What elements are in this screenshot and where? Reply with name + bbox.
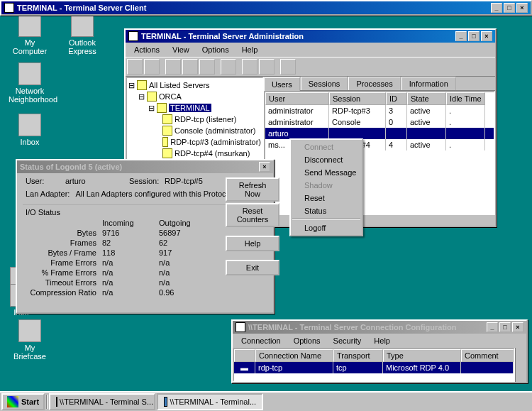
col-transport[interactable]: Transport: [333, 349, 383, 362]
cm-disconnect[interactable]: Disconnect: [292, 153, 361, 166]
conn-row[interactable]: ▬ rdp-tcp tcp Microsoft RDP 4.0: [234, 362, 514, 373]
taskbar: Start \\TERMINAL - Terminal S... \\TERMI…: [0, 391, 532, 411]
admin-icon: [128, 31, 138, 41]
tree-rdp4[interactable]: RDP-tcp#4 (msurkan): [128, 148, 261, 159]
task-admin[interactable]: \\TERMINAL - Terminal S...: [49, 393, 155, 410]
tree-all-servers[interactable]: ⊟All Listed Servers: [128, 80, 261, 91]
cm-shadow[interactable]: Shadow: [292, 179, 361, 192]
session-icon: [162, 126, 172, 136]
conn-menu-connection[interactable]: Connection: [235, 335, 287, 346]
status-titlebar[interactable]: Status of LogonId 5 (active) ×: [17, 160, 273, 173]
session-value: RDP-tcp#5: [162, 176, 206, 186]
cm-reset[interactable]: Reset: [292, 192, 361, 204]
conn-menu-help[interactable]: Help: [368, 335, 396, 346]
tree-rdp3[interactable]: RDP-tcp#3 (administrator): [128, 136, 261, 148]
my-computer-icon[interactable]: My Computer: [9, 14, 51, 55]
network-neighborhood-icon[interactable]: Network Neighborhood: [9, 62, 51, 104]
terminal-client-titlebar[interactable]: TERMINAL - Terminal Server Client _ □ ×: [1, 1, 531, 14]
admin-titlebar[interactable]: TERMINAL - Terminal Server Administratio…: [126, 30, 495, 43]
cm-status[interactable]: Status: [292, 204, 361, 217]
task-icon: [56, 397, 57, 407]
app-icon: [4, 3, 14, 13]
conn-maximize-button[interactable]: □: [499, 322, 511, 332]
toolbar-btn-2[interactable]: [144, 59, 160, 75]
toolbar-btn-1[interactable]: [127, 59, 143, 75]
reset-counters-button[interactable]: Reset Counters: [226, 203, 279, 227]
admin-minimize-button[interactable]: _: [455, 31, 467, 41]
list-header: User Session ID State Idle Time: [265, 92, 494, 105]
conn-row-icon: ▬: [234, 362, 255, 373]
terminal-client-window: TERMINAL - Terminal Server Client _ □ ×: [0, 0, 532, 16]
tree-terminal[interactable]: ⊟TERMINAL: [128, 102, 261, 114]
toolbar-btn-6[interactable]: [221, 59, 236, 75]
session-label: Session:: [126, 176, 162, 186]
conn-minimize-button[interactable]: _: [487, 322, 498, 332]
tab-users[interactable]: Users: [264, 77, 300, 91]
tab-information[interactable]: Information: [401, 77, 456, 90]
my-briefcase-icon[interactable]: My Briefcase: [9, 319, 51, 361]
list-row[interactable]: administratorConsole0active.: [265, 116, 494, 128]
inbox-icon[interactable]: Inbox: [9, 114, 51, 146]
col-user[interactable]: User: [265, 92, 329, 105]
start-button[interactable]: Start: [1, 393, 45, 410]
conn-close-button[interactable]: ×: [512, 322, 523, 332]
close-button[interactable]: ×: [516, 3, 528, 13]
admin-toolbar: [126, 57, 495, 77]
session-icon: [162, 148, 172, 158]
session-icon: [162, 114, 172, 124]
user-label: User:: [23, 176, 62, 186]
conn-icon: [235, 322, 245, 332]
tree-console[interactable]: Console (administrator): [128, 125, 261, 136]
conn-window: \\TERMINAL - Terminal Server Connection …: [231, 319, 528, 383]
minimize-button[interactable]: _: [491, 3, 502, 13]
col-session[interactable]: Session: [329, 92, 386, 105]
toolbar-btn-5[interactable]: [199, 59, 215, 75]
tree-rdp-listener[interactable]: RDP-tcp (listener): [128, 114, 261, 125]
toolbar-btn-9[interactable]: [280, 59, 296, 75]
cm-connect[interactable]: Connect: [292, 141, 361, 153]
maximize-button[interactable]: □: [504, 3, 515, 13]
toolbar-btn-8[interactable]: [259, 59, 275, 75]
menu-options[interactable]: Options: [196, 44, 235, 55]
outlook-express-icon[interactable]: Outlook Express: [61, 14, 104, 55]
tab-processes[interactable]: Processes: [348, 77, 400, 90]
conn-menu-security[interactable]: Security: [328, 335, 367, 346]
conn-scrollbar[interactable]: [515, 348, 526, 382]
list-row[interactable]: administratorRDP-tcp#33active.: [265, 105, 494, 116]
col-idle[interactable]: Idle Time: [446, 92, 485, 105]
col-outgoing: Outgoing: [156, 218, 194, 228]
admin-maximize-button[interactable]: □: [468, 31, 480, 41]
col-comment[interactable]: Comment: [461, 349, 514, 362]
tab-strip: Users Sessions Processes Information: [264, 77, 495, 91]
task-conn[interactable]: \\TERMINAL - Terminal...: [157, 393, 263, 410]
col-type[interactable]: Type: [383, 349, 461, 362]
admin-close-button[interactable]: ×: [481, 31, 492, 41]
menu-view[interactable]: View: [167, 44, 195, 55]
col-id[interactable]: ID: [386, 92, 407, 105]
refresh-now-button[interactable]: Refresh Now: [226, 177, 279, 202]
help-button[interactable]: Help: [226, 236, 279, 251]
conn-menu-options[interactable]: Options: [288, 335, 326, 346]
list-row-selected[interactable]: arturo: [265, 128, 494, 139]
exit-button[interactable]: Exit: [226, 260, 279, 275]
menu-help[interactable]: Help: [236, 44, 264, 55]
tab-sessions[interactable]: Sessions: [301, 77, 348, 90]
col-state[interactable]: State: [407, 92, 446, 105]
tree-orca[interactable]: ⊟ORCA: [128, 91, 261, 102]
session-icon: [162, 137, 168, 147]
user-value: arturo: [62, 176, 126, 186]
conn-titlebar[interactable]: \\TERMINAL - Terminal Server Connection …: [233, 321, 526, 334]
toolbar-btn-3[interactable]: [165, 59, 181, 75]
admin-menubar: Actions View Options Help: [126, 43, 495, 57]
conn-list[interactable]: Connection Name Transport Type Comment ▬…: [233, 348, 515, 382]
toolbar-btn-7[interactable]: [242, 59, 257, 75]
cm-send-message[interactable]: Send Message: [292, 166, 361, 179]
menu-actions[interactable]: Actions: [128, 44, 165, 55]
domain-icon: [147, 92, 157, 102]
toolbar-btn-4[interactable]: [182, 59, 198, 75]
lan-label: Lan Adapter:: [23, 189, 72, 199]
status-close-button[interactable]: ×: [259, 162, 270, 172]
server-icon: [157, 103, 167, 113]
cm-logoff[interactable]: Logoff: [292, 221, 361, 234]
col-conn-name[interactable]: Connection Name: [255, 349, 333, 362]
